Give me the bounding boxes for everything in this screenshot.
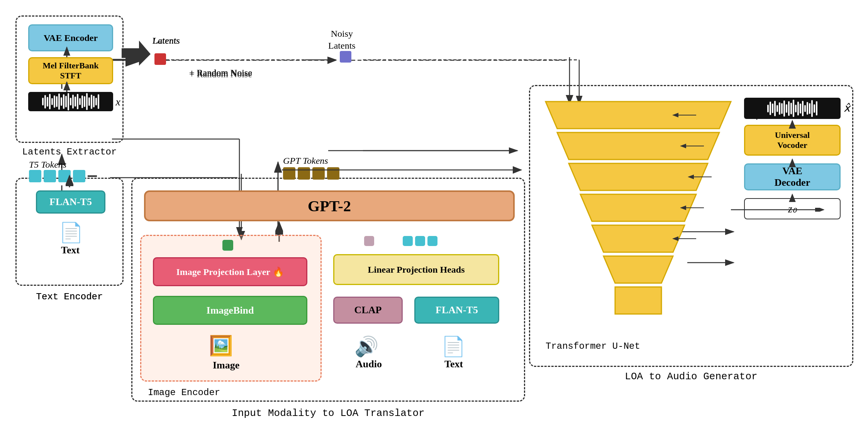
out-wave-bar (800, 104, 801, 114)
x-hat-label: x̂ (844, 102, 850, 114)
wave-bar (47, 97, 48, 107)
loa-audio-gen-box: Transformer U-Net (529, 85, 853, 367)
svg-marker-38 (615, 287, 661, 314)
wave-bar (72, 95, 74, 109)
arrow-vocoder-up (788, 119, 796, 129)
out-wave-bar (795, 105, 797, 112)
teal-token (403, 236, 413, 246)
image-label: Image (213, 360, 239, 371)
flan-t5-right-label: FLAN-T5 (436, 304, 478, 316)
imagebind-box: ImageBind (153, 296, 307, 325)
t5-token-dash (88, 175, 97, 177)
out-wave-bar (802, 101, 804, 116)
latents-extractor-box: VAE Encoder Mel FilterBankSTFT (15, 15, 124, 143)
vae-decoder-box: VAEDecoder (744, 163, 841, 190)
t5-token (29, 170, 41, 182)
document-icon: 📄 (59, 221, 83, 244)
vae-encoder-label: VAE Encoder (44, 33, 98, 43)
wave-bar (93, 96, 95, 107)
svg-marker-32 (546, 102, 731, 129)
output-waveform (744, 98, 841, 119)
text-label-encoder: Text (61, 244, 80, 256)
out-wave-bar (807, 102, 808, 115)
t5-token (44, 170, 56, 182)
input-modality-box: GPT-2 GPT Tokens Image Projection Layer … (131, 178, 525, 402)
svg-marker-22 (122, 41, 151, 66)
unet-svg (542, 98, 735, 337)
green-token (222, 240, 233, 251)
wave-bar (75, 97, 76, 107)
latents-extractor-label: Latents Extractor (15, 147, 124, 157)
wave-bar (84, 96, 85, 107)
wave-bar (61, 97, 62, 106)
out-wave-bar (804, 105, 806, 112)
x-label: x (116, 96, 120, 108)
flan-t5-label: FLAN-T5 (49, 196, 92, 208)
wave-bar (77, 94, 78, 109)
out-wave-bar (790, 103, 792, 114)
arrow-vae-up (788, 158, 796, 167)
out-wave-bar (781, 103, 783, 114)
architecture-diagram: + Random Noise VAE Encoder (0, 0, 868, 426)
flan-t5-box: FLAN-T5 (36, 190, 105, 214)
out-wave-bar (774, 101, 776, 116)
wave-bar (63, 94, 64, 109)
out-wave-bar (779, 102, 780, 115)
arrow-z0-up (788, 193, 796, 202)
out-wave-bar (816, 101, 817, 115)
transformer-unet-label: Transformer U-Net (546, 341, 640, 351)
audio-label: Audio (356, 358, 382, 370)
universal-vocoder-label: UniversalVocoder (775, 130, 810, 150)
waveform-input (28, 92, 113, 111)
wave-bar (81, 95, 83, 108)
text-icon-right: 📄 (441, 335, 465, 358)
wave-bar (88, 97, 90, 106)
t5-tokens-group (29, 170, 97, 182)
out-wave-bar (786, 104, 787, 113)
mel-filterbank-box: Mel FilterBankSTFT (28, 57, 113, 84)
universal-vocoder-box: UniversalVocoder (744, 125, 841, 156)
audio-icon: 🔊 (354, 335, 378, 358)
out-wave-bar (767, 105, 769, 112)
arrow-gpt-to-unet (282, 166, 529, 174)
wave-bar (51, 98, 53, 105)
out-wave-bar (793, 100, 794, 117)
vae-encoder-box: VAE Encoder (28, 24, 113, 51)
noisy-to-unet-arrow (351, 57, 583, 65)
svg-marker-37 (604, 256, 673, 283)
out-wave-bar (811, 100, 813, 117)
input-modality-label: Input Modality to LOA Translator (131, 407, 525, 419)
wave-bar (95, 98, 97, 105)
image-projection-layer-box: Image Projection Layer 🔥 (153, 257, 307, 286)
small-tokens-top-right (364, 236, 374, 246)
gpt2-label: GPT-2 (308, 197, 351, 215)
linear-proj-heads-box: Linear Projection Heads (333, 254, 499, 285)
noisy-latents-label: NoisyLatents (328, 28, 356, 52)
wave-bar (79, 98, 81, 105)
wave-bar (70, 98, 71, 105)
wave-bar (49, 94, 51, 109)
image-projection-label: Image Projection Layer 🔥 (176, 266, 284, 277)
text-label-right: Text (444, 358, 463, 370)
image-encoder-subbox: Image Projection Layer 🔥 ImageBind 🖼️ Im… (140, 235, 322, 382)
big-arrow-right (122, 39, 153, 70)
text-encoder-label-text: Text Encoder (15, 292, 124, 302)
wave-bar (44, 95, 46, 109)
t5-tokens-label: T5 Tokens (29, 160, 66, 170)
wave-bar (58, 93, 60, 110)
wave-bar (65, 96, 67, 107)
gpt2-box: GPT-2 (144, 190, 515, 221)
random-noise-text: + Random Noise (189, 68, 252, 78)
svg-marker-34 (569, 163, 708, 190)
dashed-arrow (166, 57, 344, 65)
out-wave-bar (788, 101, 790, 116)
text-encoder-box: FLAN-T5 📄 Text (15, 178, 124, 286)
teal-tokens-top-right (403, 236, 437, 246)
pink-token (364, 236, 374, 246)
gpt-tokens-label: GPT Tokens (283, 156, 328, 166)
noisy-latent-dot (340, 51, 351, 63)
wave-bar (86, 93, 88, 110)
arrow-wave-to-mel (63, 80, 71, 94)
svg-marker-35 (580, 194, 696, 221)
arrow-mel-to-vae (63, 46, 71, 59)
